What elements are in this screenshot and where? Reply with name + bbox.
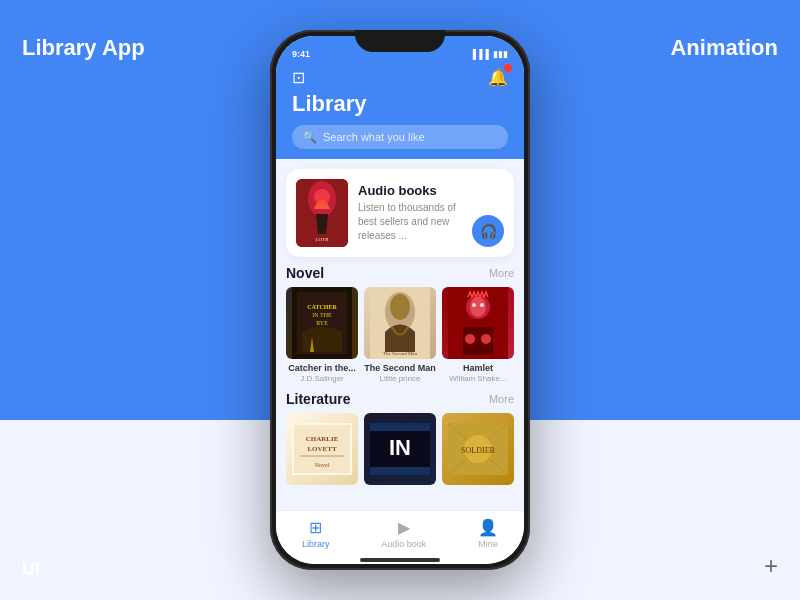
- book-name: Hamlet: [463, 363, 493, 374]
- novel-section: Novel More CATCHER IN THE RYE: [286, 265, 514, 383]
- plus-button[interactable]: +: [764, 552, 778, 580]
- book-cover-catcher: CATCHER IN THE RYE: [286, 287, 358, 359]
- book-cover-lit1: CHARLIE LOVETT Novel: [286, 413, 358, 485]
- svg-text:CATCHER: CATCHER: [307, 304, 337, 310]
- svg-point-19: [481, 334, 491, 344]
- svg-point-2: [314, 189, 330, 205]
- book-item[interactable]: CHARLIE LOVETT Novel: [286, 413, 358, 489]
- audio-book-cover: LOTR: [296, 179, 348, 247]
- svg-text:IN: IN: [389, 435, 411, 460]
- novel-title: Novel: [286, 265, 324, 281]
- novel-section-header: Novel More: [286, 265, 514, 281]
- notification-badge: [504, 64, 512, 72]
- literature-section-header: Literature More: [286, 391, 514, 407]
- home-indicator: [360, 558, 440, 562]
- svg-point-16: [472, 303, 476, 307]
- svg-text:IN THE: IN THE: [312, 312, 332, 318]
- book-name: The Second Man: [364, 363, 436, 374]
- svg-point-18: [465, 334, 475, 344]
- wifi-icon: ▐▐▐: [470, 49, 489, 59]
- audiobook-nav-label: Audio book: [381, 539, 426, 549]
- book-cover-secondman: The Second Man: [364, 287, 436, 359]
- literature-section: Literature More CHARLIE LOVETT No: [286, 391, 514, 489]
- nav-item-audiobook[interactable]: ▶ Audio book: [381, 518, 426, 549]
- svg-text:RYE: RYE: [316, 320, 328, 326]
- svg-text:LOVETT: LOVETT: [307, 445, 337, 453]
- library-nav-label: Library: [302, 539, 330, 549]
- svg-text:LOTR: LOTR: [315, 237, 329, 242]
- content-area: LOTR Audio books Listen to thousands of …: [276, 159, 524, 510]
- svg-text:Novel: Novel: [315, 462, 330, 468]
- svg-point-17: [480, 303, 484, 307]
- book-author: J.D.Salinger: [300, 374, 344, 383]
- novel-more[interactable]: More: [489, 267, 514, 279]
- svg-text:CHARLIE: CHARLIE: [306, 435, 339, 443]
- book-author: Little prince: [380, 374, 421, 383]
- headphones-button[interactable]: 🎧: [472, 215, 504, 247]
- library-nav-icon: ⊞: [309, 518, 322, 537]
- svg-point-11: [390, 294, 410, 320]
- literature-books-row: CHARLIE LOVETT Novel IN: [286, 413, 514, 489]
- audio-info: Audio books Listen to thousands of best …: [358, 183, 462, 243]
- phone-screen: 9:41 ▐▐▐ ▮▮▮ ⊡ 🔔 Library 🔍 Search what y…: [276, 36, 524, 564]
- book-item[interactable]: CATCHER IN THE RYE Catcher in the... J.D…: [286, 287, 358, 383]
- book-cover-hamlet: [442, 287, 514, 359]
- search-icon: 🔍: [302, 130, 317, 144]
- audio-description: Listen to thousands of best sellers and …: [358, 201, 462, 243]
- header-icons: ⊡ 🔔: [292, 68, 508, 87]
- book-item[interactable]: IN: [364, 413, 436, 489]
- svg-rect-29: [370, 467, 430, 475]
- literature-title: Literature: [286, 391, 351, 407]
- svg-point-15: [470, 297, 486, 317]
- book-item[interactable]: The Second Man The Second Man Little pri…: [364, 287, 436, 383]
- status-icons: ▐▐▐ ▮▮▮: [470, 49, 508, 59]
- mine-nav-label: Mine: [478, 539, 498, 549]
- app-header: ⊡ 🔔 Library 🔍 Search what you like: [276, 64, 524, 159]
- svg-text:SOLDIER: SOLDIER: [461, 446, 495, 455]
- phone-notch: [355, 30, 445, 52]
- search-placeholder: Search what you like: [323, 131, 425, 143]
- book-cover-lit3: SOLDIER: [442, 413, 514, 485]
- library-title: Library: [292, 91, 508, 117]
- nav-item-mine[interactable]: 👤 Mine: [478, 518, 498, 549]
- ui-label: UI: [22, 559, 40, 580]
- notification-icon[interactable]: 🔔: [488, 68, 508, 87]
- bottom-navigation: ⊞ Library ▶ Audio book 👤 Mine: [276, 510, 524, 564]
- status-time: 9:41: [292, 49, 310, 59]
- mine-nav-icon: 👤: [478, 518, 498, 537]
- audio-books-card[interactable]: LOTR Audio books Listen to thousands of …: [286, 169, 514, 257]
- phone-frame: 9:41 ▐▐▐ ▮▮▮ ⊡ 🔔 Library 🔍 Search what y…: [270, 30, 530, 570]
- search-bar[interactable]: 🔍 Search what you like: [292, 125, 508, 149]
- svg-text:The Second Man: The Second Man: [383, 351, 418, 356]
- svg-rect-28: [370, 423, 430, 431]
- battery-icon: ▮▮▮: [493, 49, 508, 59]
- book-author: William Shake...: [449, 374, 506, 383]
- literature-more[interactable]: More: [489, 393, 514, 405]
- book-cover-lit2: IN: [364, 413, 436, 485]
- nav-item-library[interactable]: ⊞ Library: [302, 518, 330, 549]
- app-title-label: Library App: [22, 35, 145, 61]
- audiobook-nav-icon: ▶: [398, 518, 410, 537]
- audio-title: Audio books: [358, 183, 462, 198]
- book-name: Catcher in the...: [288, 363, 356, 374]
- camera-icon[interactable]: ⊡: [292, 68, 305, 87]
- animation-label: Animation: [670, 35, 778, 61]
- book-item[interactable]: Hamlet William Shake...: [442, 287, 514, 383]
- novel-books-row: CATCHER IN THE RYE Catcher in the... J.D…: [286, 287, 514, 383]
- book-item[interactable]: SOLDIER: [442, 413, 514, 489]
